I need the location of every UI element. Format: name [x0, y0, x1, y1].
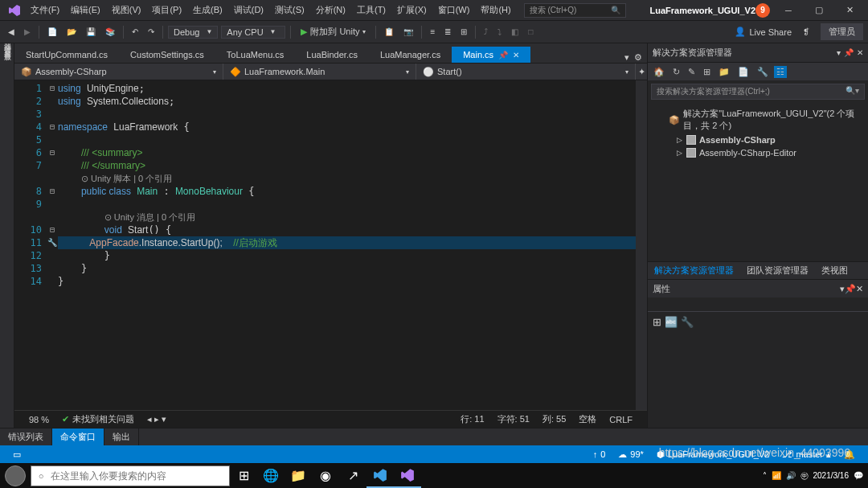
- project-assembly-csharp[interactable]: ▷ Assembly-CSharp: [648, 133, 868, 146]
- toolbar-icon-7[interactable]: ⤵: [494, 26, 505, 38]
- menu-analyze[interactable]: 分析(N): [311, 2, 350, 18]
- tray-up-icon[interactable]: ˄: [763, 471, 767, 480]
- vscode-icon[interactable]: [366, 463, 394, 488]
- tray-vol-icon[interactable]: 🔊: [786, 471, 796, 480]
- status-notification-icon[interactable]: 🔔: [837, 449, 862, 460]
- task-view-icon[interactable]: ⊞: [230, 463, 257, 488]
- fold-gutter[interactable]: ⊟⊟⊟⊟⊟🔧: [47, 80, 58, 410]
- edge-icon[interactable]: 🌐: [257, 463, 285, 488]
- menu-view[interactable]: 视图(V): [107, 2, 146, 18]
- status-publish[interactable]: ↑ 0: [587, 449, 612, 460]
- close-tab-icon[interactable]: ✕: [513, 51, 519, 59]
- panel-close-icon[interactable]: ✕: [857, 48, 863, 57]
- open-file-icon[interactable]: 📂: [63, 26, 80, 38]
- solution-search-input[interactable]: 搜索解决方案资源管理器(Ctrl+;)🔍▾: [651, 84, 865, 100]
- admin-button[interactable]: 管理员: [821, 23, 863, 40]
- menu-debug[interactable]: 调试(D): [229, 2, 268, 18]
- vs-icon[interactable]: [394, 463, 421, 488]
- live-share-button[interactable]: 👤 Live Share: [735, 27, 792, 37]
- solution-root[interactable]: 📦 解决方案"LuaFramework_UGUI_V2"(2 个项目，共 2 个…: [648, 106, 868, 133]
- toolbar-icon-9[interactable]: □: [525, 26, 536, 38]
- user-avatar-start[interactable]: [0, 465, 31, 486]
- status-branch[interactable]: ⎇ master ▴: [776, 449, 837, 460]
- prop-page-icon[interactable]: 🔧: [681, 316, 694, 328]
- home-icon[interactable]: 🏠: [651, 66, 667, 78]
- close-button[interactable]: ✕: [837, 2, 862, 18]
- tab-command-window[interactable]: 命令窗口: [52, 429, 104, 445]
- share-icon[interactable]: ↗: [339, 463, 366, 488]
- tab-error-list[interactable]: 错误列表: [0, 429, 52, 445]
- menu-window[interactable]: 窗口(W): [433, 2, 475, 18]
- tray-date[interactable]: 2021/3/16: [813, 471, 850, 480]
- nav-fwd-button[interactable]: ▶: [21, 26, 34, 38]
- prop-pin-icon[interactable]: 📌: [845, 284, 856, 293]
- nav-back-button[interactable]: ◀: [5, 26, 18, 38]
- run-button[interactable]: ▶附加到 Unity▾: [296, 24, 371, 39]
- panel-dropdown-icon[interactable]: ▾: [837, 48, 841, 57]
- nav-scope[interactable]: 📦 Assembly-CSharp▾: [14, 64, 223, 80]
- menu-extensions[interactable]: 扩展(X): [392, 2, 432, 18]
- tray-notif-icon[interactable]: 💬: [854, 471, 863, 480]
- windows-search-input[interactable]: ○: [31, 465, 230, 486]
- preview-icon[interactable]: ☷: [774, 66, 787, 78]
- tab-overflow-icon[interactable]: ▾: [624, 52, 629, 63]
- properties-icon[interactable]: 🔧: [755, 66, 771, 78]
- tray-net-icon[interactable]: 📶: [772, 471, 781, 480]
- show-all-icon[interactable]: 📁: [716, 66, 732, 78]
- pin-icon[interactable]: 📌: [498, 51, 508, 59]
- sync-icon[interactable]: ↻: [670, 66, 682, 78]
- tab-team-explorer[interactable]: 团队资源管理器: [740, 262, 815, 279]
- code-editor[interactable]: 1234567891011121314 ⊟⊟⊟⊟⊟🔧 using UnityEn…: [14, 80, 647, 410]
- nav-arrows[interactable]: ◂ ▸ ▾: [141, 414, 173, 424]
- panel-pin-icon[interactable]: 📌: [844, 48, 854, 57]
- save-all-icon[interactable]: 📚: [102, 26, 118, 38]
- tab-luamanager[interactable]: LuaManager.cs: [369, 47, 452, 63]
- toolbar-icon-2[interactable]: 📷: [400, 26, 416, 38]
- refresh-icon[interactable]: 📄: [735, 66, 751, 78]
- toolbar-icon-6[interactable]: ⤴: [481, 26, 491, 38]
- menu-test[interactable]: 测试(S): [270, 2, 309, 18]
- windows-search-field[interactable]: [51, 470, 229, 482]
- tab-class-view[interactable]: 类视图: [815, 262, 854, 279]
- feedback-icon[interactable]: ❡: [800, 26, 813, 38]
- scrollbar[interactable]: [636, 80, 647, 410]
- tab-toluamenu[interactable]: ToLuaMenu.cs: [215, 47, 296, 63]
- toolbar-icon-8[interactable]: ◧: [508, 26, 522, 38]
- platform-select[interactable]: Any CPU▼: [221, 26, 285, 39]
- user-avatar[interactable]: 9: [755, 3, 770, 18]
- tab-luabinder[interactable]: LuaBinder.cs: [295, 47, 369, 63]
- categorize-icon[interactable]: ⊞: [653, 316, 661, 328]
- quick-search-input[interactable]: 搜索 (Ctrl+Q) 🔍: [524, 3, 626, 18]
- redo-icon[interactable]: ↷: [145, 26, 158, 38]
- config-select[interactable]: Debug▼: [168, 26, 218, 39]
- tab-settings-icon[interactable]: ⚙: [634, 52, 642, 63]
- menu-edit[interactable]: 编辑(E): [66, 2, 105, 18]
- nav-class[interactable]: 🔶 LuaFramework.Main▾: [223, 64, 416, 80]
- nav-split-icon[interactable]: ✦: [636, 67, 647, 77]
- status-project[interactable]: ⬢ LuaFramework_UGUI_V2: [650, 449, 776, 460]
- tab-startupcommand[interactable]: StartUpCommand.cs: [14, 47, 119, 63]
- nav-member[interactable]: ⚪ Start()▾: [416, 64, 636, 80]
- tab-solution-explorer[interactable]: 解决方案资源管理器: [648, 262, 740, 279]
- toolbar-icon-1[interactable]: 📋: [381, 26, 397, 38]
- menu-file[interactable]: 文件(F): [26, 2, 64, 18]
- code-content[interactable]: using UnityEngine; using System.Collecti…: [58, 80, 636, 410]
- status-cloud[interactable]: ☁ 99*: [612, 449, 650, 460]
- tray-ime-icon[interactable]: ㊥: [800, 470, 809, 482]
- project-assembly-csharp-editor[interactable]: ▷ Assembly-CSharp-Editor: [648, 146, 868, 159]
- menu-help[interactable]: 帮助(H): [476, 2, 515, 18]
- menu-build[interactable]: 生成(B): [188, 2, 227, 18]
- new-project-icon[interactable]: 📄: [44, 26, 60, 38]
- undo-icon[interactable]: ↶: [129, 26, 141, 38]
- pen-icon[interactable]: ✎: [686, 66, 698, 78]
- chrome-icon[interactable]: ◉: [312, 463, 339, 488]
- collapse-icon[interactable]: ⊞: [701, 66, 713, 78]
- menu-tools[interactable]: 工具(T): [352, 2, 391, 18]
- minimize-button[interactable]: ─: [776, 2, 800, 18]
- alpha-sort-icon[interactable]: 🔤: [665, 316, 678, 328]
- tab-customsettings[interactable]: CustomSettings.cs: [119, 47, 215, 63]
- explorer-icon[interactable]: 📁: [285, 463, 312, 488]
- menu-project[interactable]: 项目(P): [147, 2, 186, 18]
- server-explorer-tab[interactable]: 服务器资源管理器: [0, 43, 14, 428]
- toolbar-icon-3[interactable]: ≡: [427, 26, 438, 38]
